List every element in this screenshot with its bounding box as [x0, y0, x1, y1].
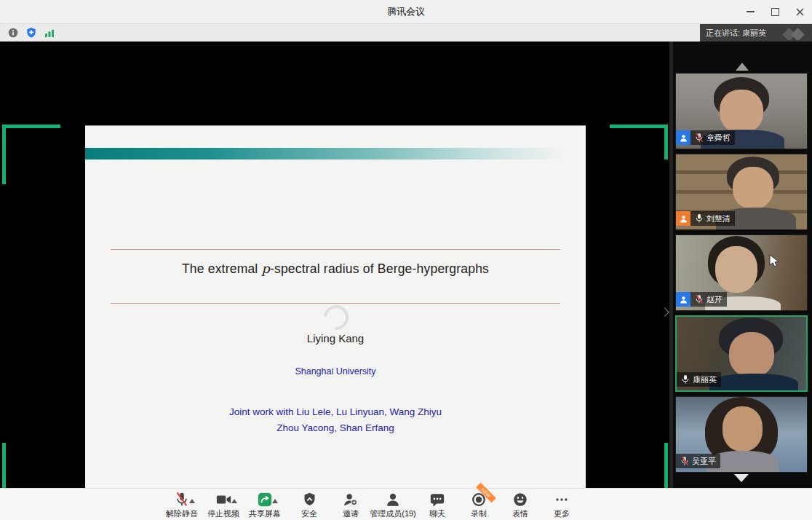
slide-divider-line — [111, 249, 560, 250]
share-frame-corner — [2, 125, 6, 184]
shared-screen-area: The extremal p-spectral radius of Berge-… — [0, 42, 669, 488]
active-speaker-label: 正在讲话: 康丽英 — [706, 28, 766, 39]
slide-accent-bar — [85, 148, 575, 159]
mic-muted-icon — [695, 294, 704, 304]
participant-name: 章舜哲 — [706, 133, 731, 143]
participant-video-5[interactable]: 吴亚平 — [675, 396, 808, 473]
security-shield-icon — [302, 492, 317, 508]
invite-person-icon — [343, 492, 359, 508]
share-frame-corner — [2, 125, 60, 128]
window-controls — [738, 0, 812, 23]
mic-icon — [695, 213, 704, 224]
network-signal-icon[interactable] — [43, 26, 56, 39]
active-speaker-indicator: 正在讲话: 康丽英 — [700, 24, 812, 42]
window-title: 腾讯会议 — [387, 5, 425, 18]
maximize-icon — [771, 8, 779, 16]
participant-video-4-speaking[interactable]: 康丽英 — [675, 315, 808, 392]
slide-divider-line — [111, 303, 560, 304]
mouse-cursor-icon — [769, 254, 780, 267]
more-dots-icon — [554, 492, 570, 508]
meeting-toolbar: 解除静音 停止视频 共享屏幕 安全 邀请 管理成员(19) 聊天 — [0, 488, 812, 520]
minimize-button[interactable] — [738, 0, 763, 23]
close-button[interactable] — [787, 0, 812, 23]
chat-button[interactable]: 聊天 — [417, 492, 458, 519]
tencent-meeting-window: 腾讯会议 正在讲话: 康丽英 — [0, 0, 812, 520]
slide-joint-work-line1: Joint work with Liu Lele, Lu Linyuan, Wa… — [85, 406, 586, 417]
members-icon — [385, 492, 401, 508]
participant-name-badge: 赵芹 — [676, 292, 727, 307]
role-badge-icon — [676, 211, 690, 226]
participant-name: 康丽英 — [693, 374, 717, 385]
participant-video-3[interactable]: 赵芹 — [675, 235, 808, 311]
unmute-button[interactable]: 解除静音 — [162, 492, 202, 519]
participant-video-1[interactable]: 章舜哲 — [675, 73, 808, 149]
participant-video-2[interactable]: 刘慧清 — [675, 154, 808, 230]
role-badge-icon — [676, 292, 690, 307]
participant-name-badge: 康丽英 — [677, 372, 721, 387]
share-screen-button[interactable]: 共享屏幕 — [244, 492, 285, 519]
slide-author: Liying Kang — [85, 332, 586, 344]
participant-name-badge: 吴亚平 — [676, 454, 720, 468]
invite-button[interactable]: 邀请 — [330, 492, 371, 519]
chat-bubble-icon — [429, 492, 445, 508]
slide-title: The extremal p-spectral radius of Berge-… — [85, 261, 586, 277]
participant-name: 赵芹 — [706, 294, 723, 305]
share-screen-icon — [257, 492, 273, 508]
stop-video-button[interactable]: 停止视频 — [203, 492, 244, 519]
slide-affiliation: Shanghai University — [85, 366, 586, 377]
manage-members-button[interactable]: 管理成员(19) — [367, 492, 419, 519]
minimize-icon — [747, 11, 755, 12]
security-button[interactable]: 安全 — [289, 492, 330, 519]
mic-muted-icon — [695, 133, 704, 143]
camera-icon — [215, 492, 232, 508]
role-badge-icon — [676, 130, 690, 145]
participant-name-badge: 章舜哲 — [676, 130, 735, 145]
loading-spinner-icon — [319, 300, 354, 335]
scroll-up-arrow-icon[interactable] — [736, 63, 749, 71]
emoji-button[interactable]: 表情 — [500, 492, 541, 519]
slide-joint-work-line2: Zhou Yacong, Shan Erfang — [85, 422, 586, 433]
emoji-smiley-icon — [512, 492, 528, 508]
tencent-meeting-logo-icon — [780, 27, 809, 40]
scroll-down-arrow-icon[interactable] — [734, 474, 749, 482]
video-options-caret[interactable] — [231, 499, 237, 503]
meeting-info-icon[interactable] — [7, 26, 20, 39]
more-button[interactable]: 更多 — [541, 492, 582, 519]
share-options-caret[interactable] — [272, 499, 278, 503]
record-button[interactable]: NEW 录制 — [458, 492, 499, 519]
participant-name: 刘慧清 — [706, 213, 731, 224]
participant-name-badge: 刘慧清 — [676, 211, 735, 226]
status-bar — [0, 24, 812, 42]
maximize-button[interactable] — [763, 0, 787, 23]
mic-active-icon — [681, 374, 690, 385]
mic-muted-icon — [680, 456, 689, 466]
close-icon — [796, 8, 804, 16]
titlebar: 腾讯会议 — [0, 0, 812, 24]
share-frame-corner — [610, 125, 668, 128]
share-frame-corner — [664, 125, 668, 159]
presentation-slide: The extremal p-spectral radius of Berge-… — [85, 125, 586, 503]
participant-name: 吴亚平 — [692, 456, 716, 467]
participants-sidebar: 章舜哲 刘慧清 — [673, 42, 812, 488]
sidebar-collapse-chevron-icon[interactable] — [660, 307, 669, 317]
connection-shield-icon[interactable] — [25, 26, 38, 39]
mic-options-caret[interactable] — [189, 499, 195, 503]
mic-muted-icon — [174, 492, 190, 508]
